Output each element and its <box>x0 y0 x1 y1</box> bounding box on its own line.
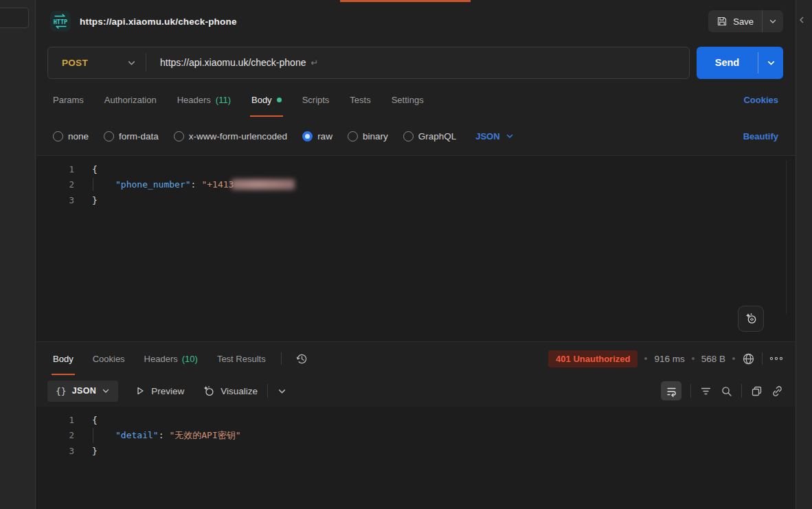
left-sidebar[interactable] <box>0 0 36 509</box>
save-button-label: Save <box>733 16 754 27</box>
copy-icon <box>751 385 763 397</box>
response-tabs-row: Body Cookies Headers(10) Test Results 40… <box>36 342 796 375</box>
code-line: 1 { <box>36 412 796 428</box>
meta-divider <box>762 352 763 365</box>
share-link-button[interactable] <box>771 385 783 397</box>
method-select[interactable]: POST <box>48 58 146 68</box>
mode-binary[interactable]: binary <box>348 131 388 142</box>
tab-label: Tests <box>350 95 370 105</box>
response-format-select[interactable]: {} JSON <box>47 381 118 402</box>
json-value: "+1413 <box>201 179 234 190</box>
indent-guide <box>93 428 93 443</box>
beautify-link[interactable]: Beautify <box>743 131 778 142</box>
sidebar-tab-outline[interactable] <box>0 8 29 28</box>
wrap-text-button[interactable] <box>661 381 681 400</box>
raw-language-select[interactable]: JSON <box>475 131 513 142</box>
tab-label: Headers <box>177 95 211 105</box>
save-button[interactable]: Save <box>708 10 762 32</box>
mode-none[interactable]: none <box>53 131 89 142</box>
tab-params[interactable]: Params <box>53 82 84 117</box>
mode-label: form-data <box>119 131 159 142</box>
tab-authorization[interactable]: Authorization <box>104 82 157 117</box>
response-tab-test-results[interactable]: Test Results <box>217 342 266 375</box>
collapse-chevron-icon[interactable] <box>798 16 805 23</box>
play-preview-icon <box>135 385 146 396</box>
response-time[interactable]: 916 ms <box>654 354 684 364</box>
send-button-label: Send <box>715 57 739 68</box>
brace-token: } <box>92 446 98 456</box>
tab-body[interactable]: Body <box>251 82 282 117</box>
send-button-group: Send <box>697 47 783 79</box>
response-tab-cookies[interactable]: Cookies <box>93 342 125 375</box>
request-header: HTTP https://api.xiaomu.uk/check-phone S… <box>36 0 796 43</box>
brace-token: { <box>92 415 98 425</box>
redacted-phone-number <box>232 179 295 190</box>
globe-icon <box>742 352 755 365</box>
request-panel: HTTP https://api.xiaomu.uk/check-phone S… <box>36 0 796 509</box>
tab-label: Test Results <box>217 354 266 364</box>
toolbar-divider <box>741 384 742 398</box>
colon-token: : <box>159 430 164 440</box>
language-chevron-down-icon <box>506 132 514 140</box>
tab-label: Authorization <box>104 95 157 105</box>
response-format-value: JSON <box>72 386 97 396</box>
tab-headers[interactable]: Headers(11) <box>177 82 231 117</box>
send-options-button[interactable] <box>758 47 783 79</box>
line-number: 1 <box>36 164 74 174</box>
toolbar-divider <box>267 384 268 398</box>
raw-language-value: JSON <box>475 131 499 142</box>
visualize-button[interactable]: Visualize <box>202 385 258 398</box>
response-history-button[interactable] <box>295 352 308 365</box>
brace-token: { <box>92 164 98 174</box>
cookies-link[interactable]: Cookies <box>743 95 778 105</box>
tab-headers-count: (11) <box>216 95 231 105</box>
mode-x-www-form-urlencoded[interactable]: x-www-form-urlencoded <box>174 131 287 142</box>
mode-graphql[interactable]: GraphQL <box>403 131 457 142</box>
radio-selected-icon <box>302 131 313 142</box>
enter-key-hint: ↵ <box>311 58 318 68</box>
tab-label: Params <box>53 95 84 105</box>
tab-tests[interactable]: Tests <box>350 82 370 117</box>
tab-scripts[interactable]: Scripts <box>302 82 330 117</box>
body-mode-row: none form-data x-www-form-urlencoded raw… <box>36 117 796 155</box>
url-input[interactable]: https://api.xiaomu.uk/check-phone ↵ <box>146 57 318 68</box>
json-key: "detail" <box>115 430 159 440</box>
response-toolbar: {} JSON Preview Visualize <box>36 375 796 407</box>
postbot-button[interactable] <box>738 306 764 332</box>
tab-settings[interactable]: Settings <box>392 82 424 117</box>
url-row: POST https://api.xiaomu.uk/check-phone ↵… <box>36 43 796 82</box>
response-tab-body[interactable]: Body <box>53 342 74 375</box>
network-info-button[interactable] <box>742 352 755 365</box>
response-more-options-button[interactable] <box>769 356 783 361</box>
send-button[interactable]: Send <box>697 47 758 79</box>
code-line: 3 } <box>36 192 796 208</box>
url-input-box: POST https://api.xiaomu.uk/check-phone ↵ <box>47 47 690 79</box>
collapse-response-view-button[interactable] <box>278 387 286 396</box>
response-headers-count: (10) <box>182 354 198 364</box>
save-options-button[interactable] <box>763 10 783 32</box>
filter-button[interactable] <box>700 385 712 397</box>
right-sidebar[interactable] <box>796 0 812 509</box>
colon-token: : <box>191 179 196 190</box>
preview-button[interactable]: Preview <box>135 385 184 396</box>
search-button[interactable] <box>721 385 732 397</box>
response-body-editor[interactable]: 1 { 2 "detail":"无效的API密钥" 3 } <box>36 407 796 509</box>
code-line: 2 "detail":"无效的API密钥" <box>36 428 796 444</box>
copy-response-button[interactable] <box>751 385 763 397</box>
search-icon <box>721 385 732 397</box>
mode-form-data[interactable]: form-data <box>104 131 159 142</box>
line-number: 3 <box>36 446 74 456</box>
status-badge[interactable]: 401 Unauthorized <box>548 350 638 367</box>
request-title: https://api.xiaomu.uk/check-phone <box>80 16 237 27</box>
response-tab-headers[interactable]: Headers(10) <box>144 342 198 375</box>
response-tool-icons <box>661 381 783 400</box>
body-modified-dot <box>277 98 282 102</box>
request-body-editor[interactable]: 1 { 2 "phone_number":"+1413 3 } <box>36 155 796 342</box>
response-size[interactable]: 568 B <box>701 354 725 364</box>
mode-raw[interactable]: raw <box>302 131 332 142</box>
mode-label: GraphQL <box>418 131 457 142</box>
url-input-value: https://api.xiaomu.uk/check-phone <box>160 57 306 68</box>
postbot-sparkle-icon <box>744 312 758 326</box>
response-meta: 401 Unauthorized 916 ms 568 B <box>548 350 783 367</box>
ellipsis-icon <box>769 356 783 361</box>
